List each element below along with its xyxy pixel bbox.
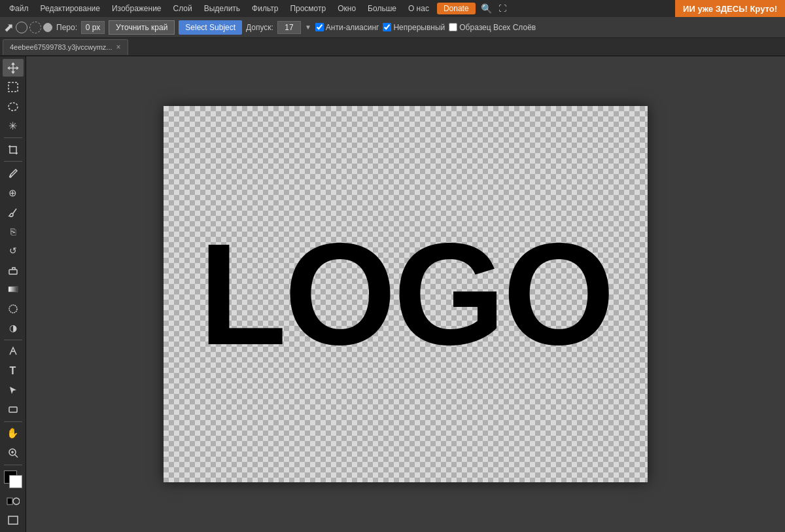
background-color[interactable] <box>9 475 22 488</box>
donate-button[interactable]: Donate <box>437 3 476 14</box>
pen-label: Перо: <box>56 23 77 32</box>
magic-icon[interactable] <box>43 23 52 32</box>
tolerance-input[interactable] <box>277 21 301 34</box>
options-bar: ⬈ Перо: Уточнить край Select Subject Доп… <box>0 17 785 38</box>
crop-tool-button[interactable] <box>3 141 24 158</box>
ai-badge: ИИ уже ЗДЕСЬ! Круто! <box>675 0 785 17</box>
type-tool-button[interactable]: T <box>3 362 24 380</box>
color-swatches[interactable] <box>3 469 24 489</box>
svg-point-5 <box>9 305 17 313</box>
svg-rect-4 <box>9 287 18 292</box>
eraser-tool-button[interactable] <box>3 261 24 279</box>
left-toolbar: ✳ ⊕ ⎘ ↺ ◑ T <box>0 56 26 532</box>
anti-alias-checkbox[interactable] <box>315 23 324 31</box>
tolerance-dropdown-icon[interactable]: ▼ <box>305 24 311 31</box>
menu-window[interactable]: Окно <box>332 3 361 14</box>
magic-wand-button[interactable]: ✳ <box>3 116 24 134</box>
select-subject-button[interactable]: Select Subject <box>179 20 242 35</box>
pen-tool-button[interactable] <box>3 343 24 361</box>
menu-more[interactable]: Больше <box>362 3 402 14</box>
quick-mask-button[interactable] <box>3 492 24 510</box>
canvas-area: LOGO <box>26 56 785 532</box>
svg-line-8 <box>15 455 18 457</box>
toolbar-separator-5 <box>4 465 22 465</box>
canvas-content: LOGO <box>164 106 648 482</box>
document-tab[interactable]: 4eebee67599783.y3jvccwymz... × <box>3 39 128 55</box>
tab-bar: 4eebee67599783.y3jvccwymz... × <box>0 38 785 56</box>
healing-brush-button[interactable]: ⊕ <box>3 184 24 202</box>
eyedropper-tool-button[interactable] <box>3 164 24 182</box>
shape-tool-button[interactable] <box>3 400 24 418</box>
tab-title: 4eebee67599783.y3jvccwymz... <box>10 43 113 51</box>
dodge-tool-button[interactable]: ◑ <box>3 319 24 336</box>
toolbar-separator-4 <box>4 421 22 422</box>
path-selection-button[interactable] <box>3 381 24 399</box>
marquee-tool-button[interactable] <box>3 78 24 96</box>
screen-mode-button[interactable] <box>3 512 24 529</box>
continuous-checkbox-label[interactable]: Непрерывный <box>383 23 445 32</box>
blur-tool-button[interactable] <box>3 300 24 317</box>
selection-tool-group: ⬈ <box>4 20 52 35</box>
hand-tool-button[interactable]: ✋ <box>3 425 24 442</box>
fullscreen-icon[interactable]: ⛶ <box>496 3 509 14</box>
anti-alias-label: Анти-алиасинг <box>326 23 379 32</box>
svg-point-1 <box>9 103 18 111</box>
menubar: Файл Редактирование Изображение Слой Выд… <box>0 0 785 17</box>
sample-all-label: Образец Всех Слоёв <box>459 23 536 32</box>
sample-all-checkbox[interactable] <box>449 23 457 31</box>
svg-rect-13 <box>9 516 18 524</box>
main-area: ✳ ⊕ ⎘ ↺ ◑ T <box>0 56 785 532</box>
selection-arrow-icon[interactable]: ⬈ <box>4 20 14 35</box>
refine-edge-button[interactable]: Уточнить край <box>109 20 175 35</box>
tolerance-label: Допуск: <box>246 23 273 32</box>
menu-about[interactable]: О нас <box>403 3 434 14</box>
menu-layer[interactable]: Слой <box>168 3 198 14</box>
menu-image[interactable]: Изображение <box>107 3 167 14</box>
gradient-tool-button[interactable] <box>3 280 24 298</box>
svg-rect-6 <box>9 407 17 412</box>
menu-filter[interactable]: Фильтр <box>247 3 283 14</box>
continuous-checkbox[interactable] <box>383 23 391 31</box>
toolbar-separator-2 <box>4 161 22 162</box>
toolbar-separator-1 <box>4 137 22 138</box>
anti-alias-checkbox-label[interactable]: Анти-алиасинг <box>315 23 379 32</box>
svg-rect-3 <box>9 270 17 274</box>
clone-stamp-button[interactable]: ⎘ <box>3 222 24 240</box>
continuous-label: Непрерывный <box>393 23 445 32</box>
menu-select[interactable]: Выделить <box>199 3 245 14</box>
svg-rect-11 <box>7 498 12 505</box>
history-brush-button[interactable]: ↺ <box>3 241 24 259</box>
menu-view[interactable]: Просмотр <box>285 3 331 14</box>
pen-size-input[interactable] <box>81 21 105 34</box>
menu-edit[interactable]: Редактирование <box>35 3 105 14</box>
lasso-tool-button[interactable] <box>3 98 24 115</box>
move-tool-button[interactable] <box>3 59 24 77</box>
toolbar-separator-3 <box>4 340 22 340</box>
sample-all-checkbox-label[interactable]: Образец Всех Слоёв <box>449 23 536 32</box>
logo-image: LOGO <box>199 222 612 366</box>
tab-close-button[interactable]: × <box>116 43 121 52</box>
canvas-wrapper: LOGO <box>164 106 648 482</box>
svg-rect-0 <box>9 82 18 92</box>
search-icon[interactable]: 🔍 <box>478 2 495 15</box>
menu-file[interactable]: Файл <box>4 3 34 14</box>
brush-tool-button[interactable] <box>3 203 24 221</box>
ellipse-select-icon[interactable] <box>16 22 27 33</box>
zoom-tool-button[interactable] <box>3 444 24 461</box>
svg-point-12 <box>13 498 20 505</box>
free-select-icon[interactable] <box>29 22 41 33</box>
canvas[interactable]: LOGO <box>164 106 648 482</box>
